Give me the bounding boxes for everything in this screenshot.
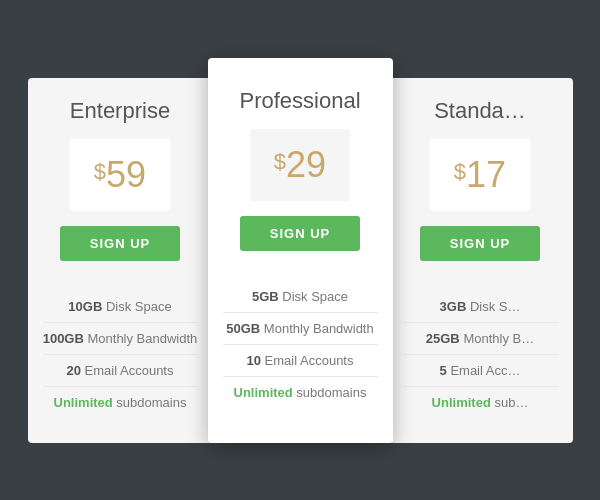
signup-button-professional[interactable]: SIGN UP [240, 216, 360, 251]
plan-name: Standa… [403, 98, 558, 124]
feature-item: Unlimited subdomains [43, 386, 198, 418]
plan-price-box: $29 [250, 129, 350, 201]
feature-item: 5GB Disk Space [223, 281, 378, 312]
feature-item: 3GB Disk S… [403, 291, 558, 322]
plan-price-box: $17 [430, 139, 530, 211]
plan-features: 3GB Disk S…25GB Monthly B…5 Email Acc…Un… [388, 286, 573, 423]
feature-item: Unlimited sub… [403, 386, 558, 418]
plan-features: 5GB Disk Space50GB Monthly Bandwidth10 E… [208, 276, 393, 413]
currency-symbol: $ [454, 159, 466, 185]
plans-container: Enterprise $59 SIGN UP 10GB Disk Space10… [28, 58, 573, 443]
currency-symbol: $ [274, 149, 286, 175]
feature-item: 20 Email Accounts [43, 354, 198, 386]
feature-item: 25GB Monthly B… [403, 322, 558, 354]
plan-name: Professional [223, 88, 378, 114]
feature-item: 100GB Monthly Bandwidth [43, 322, 198, 354]
plan-header: Standa… $17 SIGN UP [388, 78, 573, 286]
feature-item: Unlimited subdomains [223, 376, 378, 408]
feature-item: 10GB Disk Space [43, 291, 198, 322]
plan-header: Enterprise $59 SIGN UP [28, 78, 213, 286]
plan-card-enterprise: Enterprise $59 SIGN UP 10GB Disk Space10… [28, 78, 213, 443]
plan-card-professional: Professional $29 SIGN UP 5GB Disk Space5… [208, 58, 393, 443]
plan-name: Enterprise [43, 98, 198, 124]
plan-price: $17 [454, 154, 506, 195]
plan-card-standard: Standa… $17 SIGN UP 3GB Disk S…25GB Mont… [388, 78, 573, 443]
plan-price: $59 [94, 154, 146, 195]
plan-header: Professional $29 SIGN UP [208, 68, 393, 276]
feature-item: 5 Email Acc… [403, 354, 558, 386]
plan-price-box: $59 [70, 139, 170, 211]
feature-item: 10 Email Accounts [223, 344, 378, 376]
plan-features: 10GB Disk Space100GB Monthly Bandwidth20… [28, 286, 213, 423]
signup-button-enterprise[interactable]: SIGN UP [60, 226, 180, 261]
signup-button-standard[interactable]: SIGN UP [420, 226, 540, 261]
feature-item: 50GB Monthly Bandwidth [223, 312, 378, 344]
currency-symbol: $ [94, 159, 106, 185]
plan-price: $29 [274, 144, 326, 185]
